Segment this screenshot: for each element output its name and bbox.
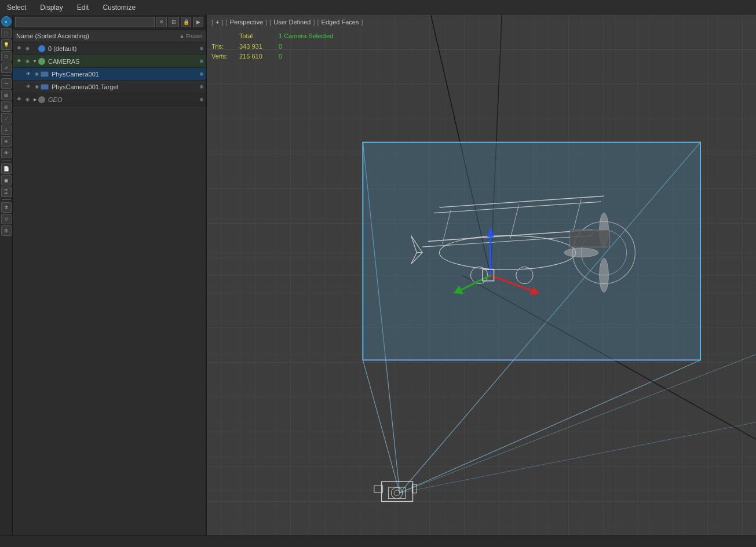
vp-user-defined[interactable]: User Defined: [273, 19, 311, 25]
toolbar-doc1-icon[interactable]: 📄: [1, 163, 12, 174]
vp-plus[interactable]: +: [216, 19, 219, 25]
column-header: Name (Sorted Ascending) ▲ Frozen: [13, 30, 206, 42]
left-toolbar: ● ⬚ 💡 □ ↗ 〜 ⊞ ◎ ⟋ ≡ ❄ 👁 📄 ▣ ≣ ⚗ ▽ 🗎: [0, 15, 13, 535]
viewport-scene: [207, 15, 756, 535]
freeze-icon[interactable]: ❄: [198, 83, 206, 91]
toolbar-wand-icon[interactable]: ⟋: [1, 113, 12, 123]
menu-customize[interactable]: Customize: [100, 2, 138, 13]
svg-point-23: [600, 258, 609, 293]
tree-container[interactable]: 👁 ◉ 0 (default) ❄ 👁 ◉ ▼ CAMERAS ❄ 👁 ◉: [13, 42, 206, 535]
menu-edit[interactable]: Edit: [75, 2, 92, 13]
item-label: PhysCamera001.Target: [50, 83, 198, 90]
vp-edged-faces[interactable]: Edged Faces: [322, 19, 359, 25]
visibility-icon[interactable]: 👁: [15, 45, 23, 53]
bracket-2: ]: [222, 19, 224, 25]
column-name-label: Name (Sorted Ascending): [16, 32, 89, 39]
freeze-icon[interactable]: ❄: [198, 45, 206, 53]
search-bar: ✕ ⊟ 🔒 ▶: [13, 15, 206, 30]
stats-verts-selected: 0: [279, 52, 282, 62]
separator-1: [2, 75, 11, 76]
toolbar-select-icon[interactable]: ●: [1, 16, 12, 27]
expand-arrow[interactable]: ▶: [31, 96, 38, 103]
stats-verts-total: 215 610: [239, 52, 274, 62]
column-frozen-label: ▲ Frozen: [180, 33, 202, 39]
visibility-icon[interactable]: 👁: [15, 96, 23, 104]
stats-tris-label: Tris:: [211, 42, 235, 52]
list-item[interactable]: 👁 ◉ PhysCamera001.Target ❄: [13, 81, 206, 93]
bracket-7: [: [317, 19, 319, 25]
menu-display[interactable]: Display: [38, 2, 65, 13]
bracket-6: ]: [313, 19, 315, 25]
layer-color: [38, 45, 45, 52]
toolbar-region-icon[interactable]: ⬚: [1, 28, 12, 38]
expand-arrow[interactable]: ▼: [31, 58, 38, 65]
vp-perspective[interactable]: Perspective: [230, 19, 263, 25]
toolbar-layers-icon[interactable]: ≡: [1, 125, 12, 135]
render-icon[interactable]: ◉: [23, 96, 31, 104]
camera-icon: [41, 71, 49, 77]
freeze-icon[interactable]: ❄: [198, 57, 206, 65]
render-icon[interactable]: ◉: [23, 45, 31, 53]
render-icon[interactable]: ◉: [23, 57, 31, 65]
toolbar-box-icon[interactable]: □: [1, 51, 12, 61]
viewport-header: [ + ] [ Perspective ] [ User Defined ] […: [207, 15, 756, 29]
toolbar-tool1-icon[interactable]: ⚗: [1, 202, 12, 213]
bracket-4: ]: [265, 19, 267, 25]
freeze-icon[interactable]: ❄: [198, 96, 206, 104]
render-icon[interactable]: ◉: [32, 70, 41, 78]
toolbar-grid-icon[interactable]: ⊞: [1, 90, 12, 100]
toolbar-snowflake-icon[interactable]: ❄: [1, 136, 12, 147]
render-icon[interactable]: ◉: [32, 83, 41, 91]
toolbar-bulb-icon[interactable]: 💡: [1, 39, 12, 50]
item-label: PhysCamera001: [50, 71, 198, 78]
list-item[interactable]: 👁 ◉ PhysCamera001 ❄: [13, 68, 206, 81]
main-area: ● ⬚ 💡 □ ↗ 〜 ⊞ ◎ ⟋ ≡ ❄ 👁 📄 ▣ ≣ ⚗ ▽ 🗎 ✕ ⊟ …: [0, 15, 756, 535]
menu-bar: Select Display Edit Customize: [0, 0, 756, 15]
item-label: GEO: [47, 96, 198, 103]
list-item[interactable]: 👁 ◉ 0 (default) ❄: [13, 42, 206, 55]
toolbar-globe-icon[interactable]: ◎: [1, 101, 12, 112]
column-header-left: Name (Sorted Ascending): [16, 32, 89, 39]
lock-button[interactable]: 🔒: [181, 17, 191, 27]
list-item[interactable]: 👁 ◉ ▼ CAMERAS ❄: [13, 55, 206, 68]
list-item[interactable]: 👁 ◉ ▶ GEO ❄: [13, 93, 206, 106]
camera-target-icon: [41, 84, 49, 90]
toolbar-wave-icon[interactable]: 〜: [1, 78, 12, 89]
viewport[interactable]: [ + ] [ Perspective ] [ User Defined ] […: [207, 15, 756, 535]
item-label: 0 (default): [47, 45, 198, 52]
svg-point-24: [564, 248, 598, 257]
toolbar-page-icon[interactable]: 🗎: [1, 225, 12, 236]
status-bar: [0, 535, 756, 547]
separator-2: [2, 161, 11, 161]
toolbar-arrow-icon[interactable]: ↗: [1, 63, 12, 73]
search-input[interactable]: [15, 17, 155, 27]
item-label: CAMERAS: [47, 58, 198, 65]
svg-rect-29: [570, 230, 610, 247]
stats-tris-total: 343 931: [239, 42, 274, 52]
stats-tris-selected: 0: [279, 42, 282, 52]
visibility-icon[interactable]: 👁: [24, 70, 32, 78]
menu-select[interactable]: Select: [5, 2, 28, 13]
separator-3: [2, 199, 11, 200]
toolbar-doc2-icon[interactable]: ▣: [1, 175, 12, 185]
layer-color: [38, 96, 45, 103]
expand-button[interactable]: ▶: [193, 17, 203, 27]
visibility-icon[interactable]: 👁: [24, 83, 32, 91]
toolbar-filter-icon[interactable]: ▽: [1, 214, 12, 224]
svg-rect-11: [363, 143, 700, 360]
clear-search-button[interactable]: ✕: [156, 17, 167, 27]
stats-selected-label: 1 Camera Selected: [279, 31, 333, 42]
toolbar-doc3-icon[interactable]: ≣: [1, 187, 12, 197]
filter-button[interactable]: ⊟: [169, 17, 179, 27]
stats-verts-label: Verts:: [211, 52, 235, 62]
bracket-8: ]: [361, 19, 363, 25]
toolbar-eye-icon[interactable]: 👁: [1, 148, 12, 158]
layer-color: [38, 58, 45, 65]
stats-total-label: Total: [239, 31, 274, 42]
expand-arrow[interactable]: [31, 45, 38, 52]
scene-panel: ✕ ⊟ 🔒 ▶ Name (Sorted Ascending) ▲ Frozen…: [13, 15, 207, 535]
bracket-3: [: [226, 19, 228, 25]
visibility-icon[interactable]: 👁: [15, 57, 23, 65]
freeze-icon[interactable]: ❄: [198, 70, 206, 78]
bracket-1: [: [211, 19, 213, 25]
